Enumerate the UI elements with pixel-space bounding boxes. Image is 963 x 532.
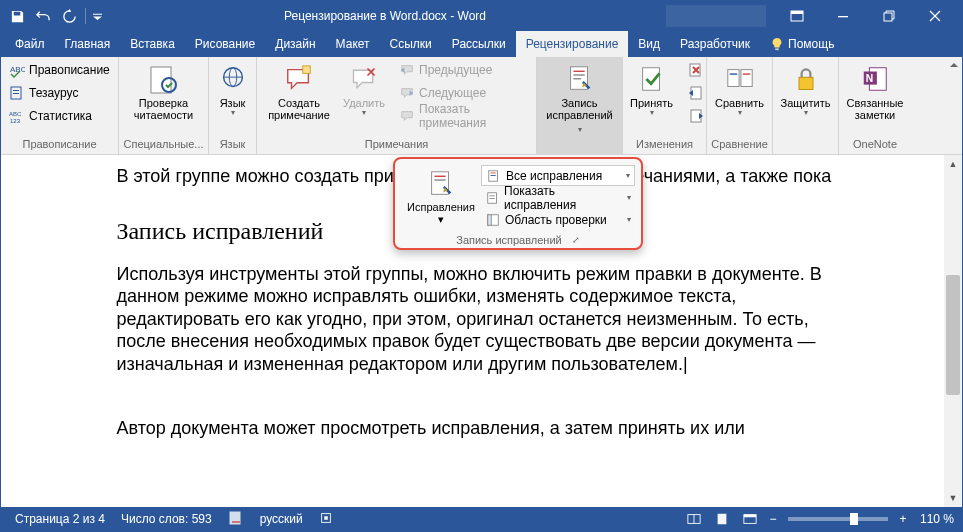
undo-button[interactable]	[31, 4, 55, 28]
save-icon	[10, 9, 25, 24]
maximize-button[interactable]	[866, 1, 912, 31]
chevron-down-icon: ▾	[231, 109, 235, 118]
delete-comment-icon	[346, 61, 382, 97]
next-comment-label: Следующее	[419, 86, 486, 100]
svg-rect-19	[573, 74, 584, 75]
web-layout-icon	[742, 512, 758, 526]
zoom-level[interactable]: 110 %	[912, 512, 956, 526]
close-button[interactable]	[912, 1, 958, 31]
zoom-slider[interactable]	[788, 517, 888, 521]
callout-track-changes-label: Исправления	[407, 201, 475, 213]
accept-button[interactable]: Принять ▾	[622, 59, 682, 120]
page-number-status[interactable]: Страница 2 из 4	[7, 512, 113, 526]
read-mode-button[interactable]	[680, 507, 708, 531]
svg-rect-25	[727, 70, 738, 87]
show-comments-label: Показать примечания	[419, 102, 528, 130]
document-paragraph[interactable]: Используя инструменты этой группы, можно…	[117, 263, 847, 376]
svg-rect-3	[884, 13, 892, 21]
scroll-down-button[interactable]: ▼	[944, 489, 962, 507]
svg-rect-51	[744, 515, 756, 518]
tab-developer[interactable]: Разработчик	[670, 31, 760, 57]
svg-rect-16	[303, 66, 311, 74]
zoom-in-button[interactable]: +	[894, 512, 912, 526]
tab-design[interactable]: Дизайн	[265, 31, 325, 57]
ribbon-options-icon	[790, 9, 804, 23]
svg-rect-8	[13, 93, 19, 94]
protect-button[interactable]: Защитить ▾	[776, 59, 836, 120]
chevron-down-icon: ▾	[627, 193, 631, 202]
tell-me-button[interactable]: Помощь	[760, 31, 844, 57]
tab-home[interactable]: Главная	[55, 31, 121, 57]
save-button[interactable]	[5, 4, 29, 28]
tab-file[interactable]: Файл	[5, 31, 55, 57]
next-comment-icon	[399, 85, 415, 101]
tab-review[interactable]: Рецензирование	[516, 31, 629, 57]
next-change-button[interactable]	[684, 105, 708, 127]
undo-icon	[36, 9, 51, 24]
tab-insert[interactable]: Вставка	[120, 31, 185, 57]
chevron-down-icon: ▾	[362, 109, 366, 118]
svg-rect-37	[491, 172, 496, 173]
macro-status[interactable]	[311, 511, 341, 528]
document-paragraph[interactable]: Автор документа может просмотреть исправ…	[117, 417, 847, 440]
display-review-icon	[486, 168, 502, 184]
language-button[interactable]: Язык ▾	[213, 59, 253, 120]
callout-track-changes-button[interactable]: Исправления ▾	[401, 165, 481, 230]
ribbon-display-options-button[interactable]	[774, 1, 820, 31]
minimize-button[interactable]	[820, 1, 866, 31]
linked-notes-label-1: Связанные	[847, 97, 904, 109]
track-changes-icon	[424, 167, 458, 201]
reject-button[interactable]	[684, 59, 708, 81]
scroll-thumb[interactable]	[946, 275, 960, 395]
previous-comment-button: Предыдущее	[395, 59, 532, 81]
svg-rect-46	[324, 516, 328, 520]
protect-group-label	[777, 138, 834, 154]
linked-notes-button[interactable]: N Связанные заметки	[843, 59, 907, 123]
show-markup-button[interactable]: Показать исправления ▾	[481, 187, 635, 208]
zoom-out-button[interactable]: −	[764, 512, 782, 526]
svg-rect-40	[489, 195, 494, 196]
compare-button[interactable]: Сравнить ▾	[710, 59, 770, 120]
word-count-status[interactable]: Число слов: 593	[113, 512, 220, 526]
qat-customize-button[interactable]	[90, 4, 104, 28]
spellcheck-status[interactable]	[220, 510, 252, 529]
document-area[interactable]: В этой группе можно создать примечание, …	[1, 155, 962, 507]
tab-view[interactable]: Вид	[628, 31, 670, 57]
new-comment-icon	[281, 61, 317, 97]
language-status[interactable]: русский	[252, 512, 311, 526]
compare-icon	[722, 61, 758, 97]
redo-button[interactable]	[57, 4, 81, 28]
thesaurus-icon	[9, 85, 25, 101]
svg-rect-35	[434, 179, 445, 180]
chevron-down-icon: ▾	[578, 125, 582, 134]
comments-group-label: Примечания	[261, 138, 532, 154]
svg-rect-7	[13, 90, 19, 91]
tab-layout[interactable]: Макет	[326, 31, 380, 57]
accept-icon	[634, 61, 670, 97]
new-comment-button[interactable]: Создать примечание	[261, 59, 337, 123]
scroll-up-button[interactable]: ▲	[944, 155, 962, 173]
check-accessibility-button[interactable]: Проверка читаемости	[128, 59, 199, 123]
svg-text:N: N	[866, 73, 873, 84]
print-layout-button[interactable]	[708, 507, 736, 531]
thesaurus-button[interactable]: Тезаурус	[5, 82, 114, 104]
vertical-scrollbar[interactable]: ▲ ▼	[944, 155, 962, 507]
tab-draw[interactable]: Рисование	[185, 31, 265, 57]
tab-mailings[interactable]: Рассылки	[442, 31, 516, 57]
tracking-callout: Исправления ▾ Все исправления ▾ Показать…	[393, 157, 643, 250]
spelling-button[interactable]: ABC Правописание	[5, 59, 114, 81]
collapse-ribbon-button[interactable]	[948, 59, 960, 74]
dialog-launcher-button[interactable]: ⤢	[572, 235, 580, 245]
account-area[interactable]	[666, 5, 766, 27]
word-count-button[interactable]: ABC123 Статистика	[5, 105, 114, 127]
tab-references[interactable]: Ссылки	[380, 31, 442, 57]
statistics-icon: ABC123	[9, 108, 25, 124]
previous-comment-label: Предыдущее	[419, 63, 492, 77]
display-for-review-label: Все исправления	[506, 169, 602, 183]
svg-rect-18	[573, 71, 584, 72]
reviewing-pane-button[interactable]: Область проверки ▾	[481, 209, 635, 230]
previous-change-button[interactable]	[684, 82, 708, 104]
track-changes-button[interactable]: Запись исправлений ▾	[541, 59, 618, 137]
web-layout-button[interactable]	[736, 507, 764, 531]
callout-group-label: Запись исправлений	[456, 234, 561, 246]
